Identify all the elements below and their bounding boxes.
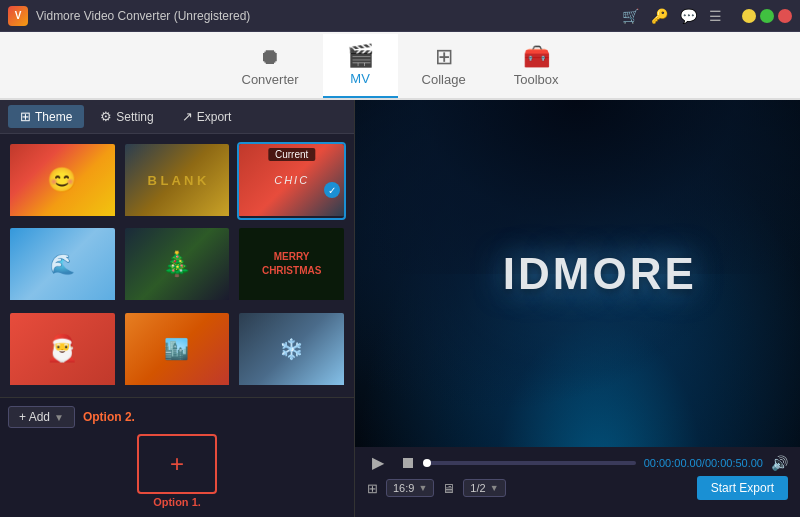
theme-merrychristmas[interactable]: MERRYCHRISTMAS Merry Christmas — [237, 226, 346, 304]
left-panel: ⊞ Theme ⚙ Setting ↗ Export 😊 Happy — [0, 100, 355, 517]
clip-add-section: + Option 1. — [8, 434, 346, 508]
titlebar-actions: 🛒 🔑 💬 ☰ — □ ✕ — [622, 8, 792, 24]
subtab-setting-label: Setting — [116, 110, 153, 124]
close-button[interactable]: ✕ — [778, 9, 792, 23]
progress-bar[interactable] — [427, 461, 636, 465]
add-clips-area: + Add ▼ Option 2. + Option 1. — [0, 397, 354, 517]
subtab-setting[interactable]: ⚙ Setting — [88, 105, 165, 128]
add-row: + Add ▼ Option 2. — [8, 406, 346, 428]
theme-happy[interactable]: 😊 Happy — [8, 142, 117, 220]
maximize-button[interactable]: □ — [760, 9, 774, 23]
main-area: ⊞ Theme ⚙ Setting ↗ Export 😊 Happy — [0, 100, 800, 517]
watermark-label: IDMORE — [503, 249, 697, 298]
nav-tabs: ⏺ Converter 🎬 MV ⊞ Collage 🧰 Toolbox — [0, 32, 800, 100]
option2-label: Option 2. — [83, 410, 135, 424]
watermark-text: IDMORE — [503, 249, 697, 299]
tab-mv[interactable]: 🎬 MV — [323, 34, 398, 98]
cart-icon[interactable]: 🛒 — [622, 8, 639, 24]
collage-icon: ⊞ — [435, 44, 453, 70]
theme-simple[interactable]: 🌊 Simple — [8, 226, 117, 304]
theme-chic[interactable]: CHIC ✓ Current Chic — [237, 142, 346, 220]
theme-santaclaus-label: Santa Claus — [10, 385, 115, 389]
add-clip-box[interactable]: + — [137, 434, 217, 494]
add-dropdown-arrow: ▼ — [54, 412, 64, 423]
add-clip-plus-icon: + — [170, 450, 184, 478]
progress-thumb — [423, 459, 431, 467]
setting-subtab-icon: ⚙ — [100, 109, 112, 124]
theme-modernlife[interactable]: 🏙️ Modern Life — [123, 311, 232, 389]
theme-christmas[interactable]: 🎄 Christmas Eve — [123, 226, 232, 304]
menu-icon[interactable]: ☰ — [709, 8, 722, 24]
volume-icon[interactable]: 🔊 — [771, 455, 788, 471]
theme-snowynight[interactable]: ❄️ Snowy Night — [237, 311, 346, 389]
window-controls: — □ ✕ — [742, 9, 792, 23]
play-button[interactable]: ▶ — [367, 453, 389, 472]
time-total: 00:00:50.00 — [705, 457, 763, 469]
toolbox-icon: 🧰 — [523, 44, 550, 70]
theme-blank[interactable]: B L A N K Blank — [123, 142, 232, 220]
subtab-theme[interactable]: ⊞ Theme — [8, 105, 84, 128]
subtab-export-label: Export — [197, 110, 232, 124]
theme-christmas-label: Christmas Eve — [125, 300, 230, 304]
ratio-selector[interactable]: 16:9 ▼ — [386, 479, 434, 497]
right-panel: IDMORE ▶ ⏹ 00:00:00.00/00:00:50.00 🔊 ⊞ 1… — [355, 100, 800, 517]
tab-toolbox[interactable]: 🧰 Toolbox — [490, 34, 583, 98]
current-badge: Current — [268, 148, 315, 161]
theme-simple-label: Simple — [10, 300, 115, 304]
page-selector[interactable]: 1/2 ▼ — [463, 479, 505, 497]
theme-blank-label: Blank — [125, 216, 230, 220]
page-dropdown-icon: ▼ — [490, 483, 499, 493]
playback-controls: ▶ ⏹ 00:00:00.00/00:00:50.00 🔊 — [367, 453, 788, 472]
add-button[interactable]: + Add ▼ — [8, 406, 75, 428]
app-logo: V — [8, 6, 28, 26]
tab-converter[interactable]: ⏺ Converter — [218, 34, 323, 98]
video-controls: ▶ ⏹ 00:00:00.00/00:00:50.00 🔊 ⊞ 16:9 ▼ 🖥 — [355, 447, 800, 517]
sub-tabs: ⊞ Theme ⚙ Setting ↗ Export — [0, 100, 354, 134]
theme-snowynight-label: Snowy Night — [239, 385, 344, 389]
tab-toolbox-label: Toolbox — [514, 72, 559, 87]
tab-collage-label: Collage — [422, 72, 466, 87]
page-value: 1/2 — [470, 482, 485, 494]
resolution-icon: ⊞ — [367, 481, 378, 496]
tab-collage[interactable]: ⊞ Collage — [398, 34, 490, 98]
add-button-label: + Add — [19, 410, 50, 424]
theme-subtab-icon: ⊞ — [20, 109, 31, 124]
theme-grid: 😊 Happy B L A N K Blank CHIC ✓ Current C… — [0, 134, 354, 397]
tab-converter-label: Converter — [242, 72, 299, 87]
titlebar: V Vidmore Video Converter (Unregistered)… — [0, 0, 800, 32]
mv-icon: 🎬 — [347, 43, 374, 69]
option1-label: Option 1. — [153, 496, 201, 508]
ratio-value: 16:9 — [393, 482, 414, 494]
theme-chic-label: Chic — [239, 216, 344, 220]
theme-happy-label: Happy — [10, 216, 115, 220]
subtab-theme-label: Theme — [35, 110, 72, 124]
time-display: 00:00:00.00/00:00:50.00 — [644, 457, 763, 469]
theme-modernlife-label: Modern Life — [125, 385, 230, 389]
key-icon[interactable]: 🔑 — [651, 8, 668, 24]
converter-icon: ⏺ — [259, 44, 281, 70]
stop-button[interactable]: ⏹ — [397, 454, 419, 472]
page-icon: 🖥 — [442, 481, 455, 496]
theme-santaclaus[interactable]: 🎅 Santa Claus — [8, 311, 117, 389]
video-preview: IDMORE — [355, 100, 800, 447]
start-export-button[interactable]: Start Export — [697, 476, 788, 500]
minimize-button[interactable]: — — [742, 9, 756, 23]
format-controls: ⊞ 16:9 ▼ 🖥 1/2 ▼ Start Export — [367, 476, 788, 500]
subtab-export[interactable]: ↗ Export — [170, 105, 244, 128]
tab-mv-label: MV — [350, 71, 370, 86]
export-subtab-icon: ↗ — [182, 109, 193, 124]
ratio-dropdown-icon: ▼ — [418, 483, 427, 493]
app-title: Vidmore Video Converter (Unregistered) — [36, 9, 622, 23]
theme-merrychristmas-label: Merry Christmas — [239, 300, 344, 304]
time-current: 00:00:00.00 — [644, 457, 702, 469]
chat-icon[interactable]: 💬 — [680, 8, 697, 24]
